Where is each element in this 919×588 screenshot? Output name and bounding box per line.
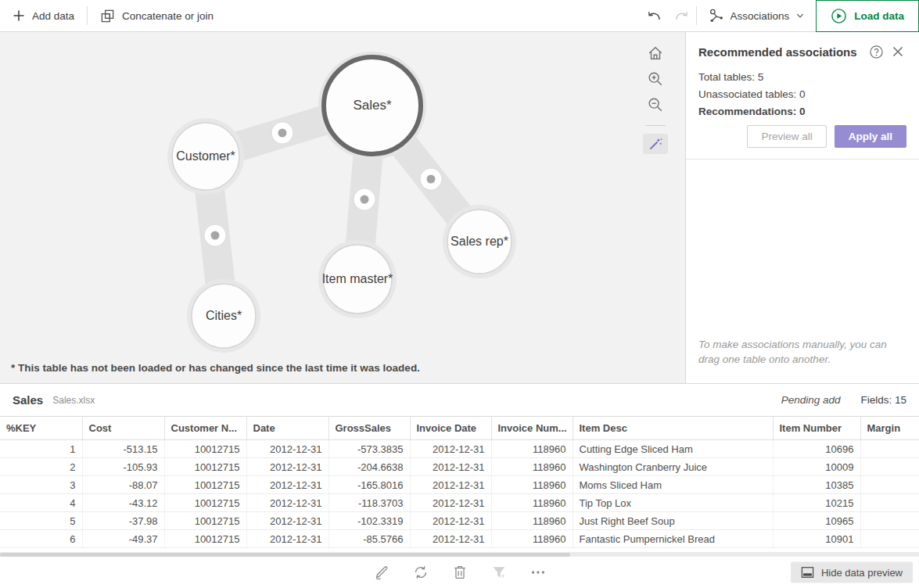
reload-table-button[interactable] xyxy=(410,561,432,583)
footer-toolbar: Hide data preview xyxy=(0,557,919,588)
association-dot[interactable] xyxy=(204,224,226,246)
column-header[interactable]: GrossSales xyxy=(328,417,410,440)
table-cell: -573.3835 xyxy=(328,440,410,458)
add-data-label: Add data xyxy=(32,10,74,22)
bubble-customer[interactable]: Customer* xyxy=(167,118,244,195)
table-cell: 2012-12-31 xyxy=(246,458,328,476)
table-cell: -37.98 xyxy=(82,512,164,530)
column-header[interactable]: Customer N... xyxy=(164,417,246,440)
table-row: 4-43.12100127152012-12-31-118.37032012-1… xyxy=(0,494,919,512)
data-preview-table: %KEYCostCustomer N...DateGrossSalesInvoi… xyxy=(0,416,919,557)
table-cell: -165.8016 xyxy=(328,476,410,494)
concatenate-or-join-button[interactable]: Concatenate or join xyxy=(88,0,226,31)
add-data-button[interactable]: Add data xyxy=(0,0,87,31)
load-data-button[interactable]: Load data xyxy=(816,0,919,32)
table-cell: 10012715 xyxy=(164,494,246,512)
table-cell: 1 xyxy=(0,440,82,458)
table-cell: 2012-12-31 xyxy=(246,440,328,458)
bubble-sales[interactable]: Sales* xyxy=(318,52,426,160)
apply-all-button[interactable]: Apply all xyxy=(835,125,906,148)
unloaded-table-note: * This table has not been loaded or has … xyxy=(11,362,420,374)
close-icon[interactable] xyxy=(889,43,906,60)
table-cell: 10696 xyxy=(773,440,860,458)
zoom-in-button[interactable] xyxy=(644,67,667,91)
canvas-controls xyxy=(643,41,668,154)
table-cell xyxy=(860,458,919,476)
panel-header: Recommended associations xyxy=(698,43,906,60)
pending-status: Pending add xyxy=(781,394,841,406)
table-cell: 2012-12-31 xyxy=(410,494,491,512)
bubble-label: Cities* xyxy=(206,309,242,322)
table-cell: Just Right Beef Soup xyxy=(573,512,773,530)
column-header[interactable]: Cost xyxy=(82,417,164,440)
table-cell: -88.07 xyxy=(82,476,164,494)
table-cell xyxy=(860,512,919,530)
preview-source-file: Sales.xlsx xyxy=(52,395,95,406)
help-icon[interactable] xyxy=(867,43,885,60)
recommendations-wand-button[interactable] xyxy=(643,134,668,154)
table-cell: Moms Sliced Ham xyxy=(573,476,773,494)
hide-preview-label: Hide data preview xyxy=(821,567,903,579)
edit-table-button[interactable] xyxy=(371,561,393,583)
associations-canvas[interactable]: Customer* Cities* Item master* xyxy=(0,32,685,383)
fields-count: Fields: 15 xyxy=(860,394,906,406)
chevron-down-icon xyxy=(795,11,805,20)
table-row: 3-88.07100127152012-12-31-165.80162012-1… xyxy=(0,476,919,494)
panel-stats: Total tables: 5 Unassociated tables: 0 R… xyxy=(698,71,906,117)
column-header[interactable]: Margin xyxy=(860,417,919,440)
hide-data-preview-button[interactable]: Hide data preview xyxy=(791,562,913,583)
home-button[interactable] xyxy=(644,41,667,65)
table-cell: 10901 xyxy=(773,530,860,548)
bubble-sales-rep[interactable]: Sales rep* xyxy=(443,205,516,278)
table-cell: 10965 xyxy=(773,512,860,530)
column-header[interactable]: %KEY xyxy=(0,417,82,440)
table-cell: Fantastic Pumpernickel Bread xyxy=(573,530,773,548)
table-cell: 2012-12-31 xyxy=(246,512,328,530)
column-header[interactable]: Item Desc xyxy=(573,417,773,440)
table-cell: 6 xyxy=(0,530,82,548)
association-dot[interactable] xyxy=(420,168,442,190)
table-cell: 4 xyxy=(0,494,82,512)
table-cell: -85.5766 xyxy=(328,530,410,548)
play-circle-icon xyxy=(831,8,847,24)
view-mode-label: Associations xyxy=(730,10,789,22)
column-header[interactable]: Invoice Date xyxy=(410,417,491,440)
table-cell: -204.6638 xyxy=(328,458,410,476)
associations-icon xyxy=(708,8,723,23)
column-header[interactable]: Invoice Num... xyxy=(491,417,573,440)
total-tables-stat: Total tables: 5 xyxy=(698,71,906,83)
bubble-cities[interactable]: Cities* xyxy=(187,279,260,353)
table-header-row: %KEYCostCustomer N...DateGrossSalesInvoi… xyxy=(0,417,919,440)
table-row: 1-513.15100127152012-12-31-573.38352012-… xyxy=(0,440,919,458)
main-area: Customer* Cities* Item master* xyxy=(0,32,919,383)
preview-all-button[interactable]: Preview all xyxy=(747,125,826,148)
table-cell: 10012715 xyxy=(164,476,246,494)
column-header[interactable]: Date xyxy=(246,417,328,440)
view-mode-dropdown[interactable]: Associations xyxy=(697,0,816,31)
panel-actions: Preview all Apply all xyxy=(698,125,906,148)
table-cell: 3 xyxy=(0,476,82,494)
panel-title: Recommended associations xyxy=(698,45,857,59)
table-cell: -105.93 xyxy=(82,458,164,476)
bubble-item-master[interactable]: Item master* xyxy=(318,240,397,318)
table-cell: Cutting Edge Sliced Ham xyxy=(573,440,773,458)
table-cell: -118.3703 xyxy=(328,494,410,512)
undo-button[interactable] xyxy=(640,0,668,31)
more-options-button[interactable] xyxy=(527,561,549,583)
delete-table-button[interactable] xyxy=(449,561,471,583)
zoom-out-button[interactable] xyxy=(644,93,667,117)
association-dot[interactable] xyxy=(271,122,293,144)
association-dot[interactable] xyxy=(354,188,375,210)
plus-icon xyxy=(13,9,25,22)
table-cell: 2012-12-31 xyxy=(410,512,491,530)
table-action-icons xyxy=(371,561,549,583)
table-cell: 118960 xyxy=(491,530,573,548)
table-cell: -49.37 xyxy=(82,530,164,548)
top-toolbar: Add data Concatenate or join xyxy=(0,0,919,32)
column-header[interactable]: Item Number xyxy=(773,417,860,440)
table-cell: 2012-12-31 xyxy=(246,476,328,494)
preview-header: Sales Sales.xlsx Pending add Fields: 15 xyxy=(0,383,919,416)
table-cell: 118960 xyxy=(491,440,573,458)
table-cell: 118960 xyxy=(491,458,573,476)
concatenate-label: Concatenate or join xyxy=(122,10,214,22)
